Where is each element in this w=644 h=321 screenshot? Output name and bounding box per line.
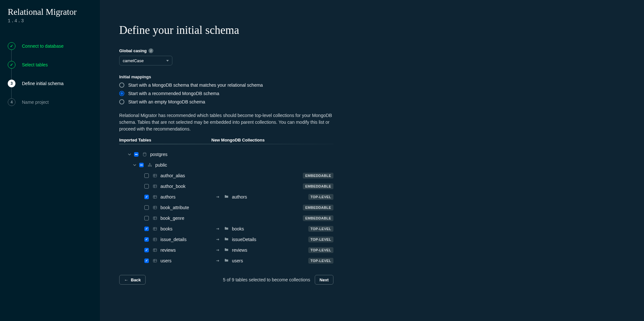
svg-rect-17 <box>153 217 157 219</box>
table-icon <box>153 258 157 263</box>
svg-rect-29 <box>153 259 157 262</box>
svg-rect-11 <box>153 195 157 198</box>
sidebar: Relational Migrator 1.4.3 ✓ Connect to d… <box>0 0 100 321</box>
table-checkbox[interactable] <box>144 237 149 242</box>
new-collections-header: New MongoDB Collections <box>211 138 264 142</box>
table-checkbox[interactable] <box>144 216 149 220</box>
table-name: authors <box>160 194 176 199</box>
svg-point-3 <box>149 166 150 167</box>
table-icon <box>153 237 157 242</box>
database-icon <box>142 152 147 157</box>
table-name: author_book <box>160 184 186 189</box>
svg-rect-14 <box>153 206 157 209</box>
step-define-schema[interactable]: 3 Define initial schema <box>8 80 92 98</box>
schema-icon <box>148 163 152 167</box>
collection-name: reviews <box>232 248 247 253</box>
mapping-option-matches[interactable]: Start with a MongoDB schema that matches… <box>119 83 333 88</box>
chevron-down-icon[interactable] <box>128 152 132 156</box>
table-row: book_attribute EMBEDDABLE <box>119 202 333 213</box>
app-title: Relational Migrator <box>8 7 92 17</box>
page-title: Define your initial schema <box>119 24 333 37</box>
checkbox-indeterminate[interactable] <box>139 163 144 167</box>
app-version: 1.4.3 <box>8 18 92 24</box>
select-value: camelCase <box>123 58 144 63</box>
collection-name: authors <box>232 194 247 199</box>
arrow-right-icon <box>211 237 224 242</box>
steps-list: ✓ Connect to database ✓ Select tables 3 … <box>8 42 92 117</box>
footer-bar: ← Back 5 of 9 tables selected to become … <box>119 275 333 285</box>
table-checkbox[interactable] <box>144 184 149 189</box>
tables-tree: postgres public <box>119 149 333 266</box>
table-checkbox[interactable] <box>144 248 149 252</box>
table-checkbox[interactable] <box>144 173 149 178</box>
level-badge: TOP-LEVEL <box>308 194 333 200</box>
level-badge: EMBEDDABLE <box>303 183 333 189</box>
table-row: issue_details issueDetails TOP-LEVEL <box>119 234 333 245</box>
tree-database-row[interactable]: postgres <box>119 149 333 160</box>
table-row: author_book EMBEDDABLE <box>119 181 333 191</box>
database-name: postgres <box>150 152 168 157</box>
table-icon <box>153 216 157 220</box>
table-row: reviews reviews TOP-LEVEL <box>119 245 333 255</box>
table-checkbox[interactable] <box>144 227 149 231</box>
table-checkbox[interactable] <box>144 258 149 263</box>
arrow-left-icon: ← <box>124 277 128 282</box>
info-icon[interactable]: i <box>149 48 153 53</box>
recommendation-description: Relational Migrator has recommended whic… <box>119 112 333 132</box>
chevron-down-icon[interactable] <box>133 163 137 167</box>
svg-point-4 <box>151 166 152 167</box>
level-badge: EMBEDDABLE <box>303 215 333 221</box>
arrow-right-icon <box>211 227 224 231</box>
step-number: 4 <box>8 98 15 106</box>
folder-icon <box>224 194 229 199</box>
collection-name: users <box>232 258 243 263</box>
global-casing-label: Global casing i <box>119 48 333 53</box>
check-icon: ✓ <box>8 61 15 69</box>
svg-point-0 <box>143 152 146 154</box>
level-badge: TOP-LEVEL <box>308 226 333 232</box>
folder-icon <box>224 226 229 231</box>
step-connect[interactable]: ✓ Connect to database <box>8 42 92 61</box>
checkbox-indeterminate[interactable] <box>134 152 139 157</box>
next-button[interactable]: Next <box>315 275 333 285</box>
initial-mappings-label: Initial mappings <box>119 74 333 79</box>
table-icon <box>153 184 157 189</box>
mapping-option-recommended[interactable]: Start with a recommended MongoDB schema <box>119 91 333 96</box>
arrow-right-icon <box>211 248 224 252</box>
tree-schema-row[interactable]: public <box>119 160 333 170</box>
mapping-option-empty[interactable]: Start with an empty MongoDB schema <box>119 99 333 104</box>
step-select-tables[interactable]: ✓ Select tables <box>8 61 92 80</box>
table-name: reviews <box>160 248 176 253</box>
svg-rect-26 <box>153 248 157 251</box>
table-name: books <box>160 226 172 231</box>
table-icon <box>153 173 157 178</box>
svg-rect-5 <box>153 174 157 177</box>
check-icon: ✓ <box>8 42 15 50</box>
step-number: 3 <box>8 80 15 87</box>
folder-icon <box>224 258 229 263</box>
selection-count: 5 of 9 tables selected to become collect… <box>223 277 310 282</box>
radio-icon <box>119 99 124 104</box>
svg-point-2 <box>148 166 149 167</box>
table-icon <box>153 195 157 199</box>
table-row: books books TOP-LEVEL <box>119 223 333 234</box>
imported-tables-header: Imported Tables <box>119 138 211 142</box>
table-headers: Imported Tables New MongoDB Collections <box>119 138 333 144</box>
folder-icon <box>224 247 229 253</box>
table-checkbox[interactable] <box>144 195 149 199</box>
svg-rect-20 <box>153 227 157 230</box>
svg-point-1 <box>149 163 150 164</box>
back-button[interactable]: ← Back <box>119 275 146 285</box>
table-checkbox[interactable] <box>144 205 149 210</box>
table-icon <box>153 205 157 210</box>
table-row: author_alias EMBEDDABLE <box>119 170 333 181</box>
table-icon <box>153 248 157 252</box>
global-casing-select[interactable]: camelCase <box>119 56 172 65</box>
level-badge: TOP-LEVEL <box>308 237 333 242</box>
radio-icon <box>119 91 124 96</box>
arrow-right-icon <box>211 195 224 199</box>
level-badge: TOP-LEVEL <box>308 247 333 253</box>
table-name: book_genre <box>160 216 184 221</box>
table-icon <box>153 227 157 231</box>
main-content: Define your initial schema Global casing… <box>100 0 644 321</box>
